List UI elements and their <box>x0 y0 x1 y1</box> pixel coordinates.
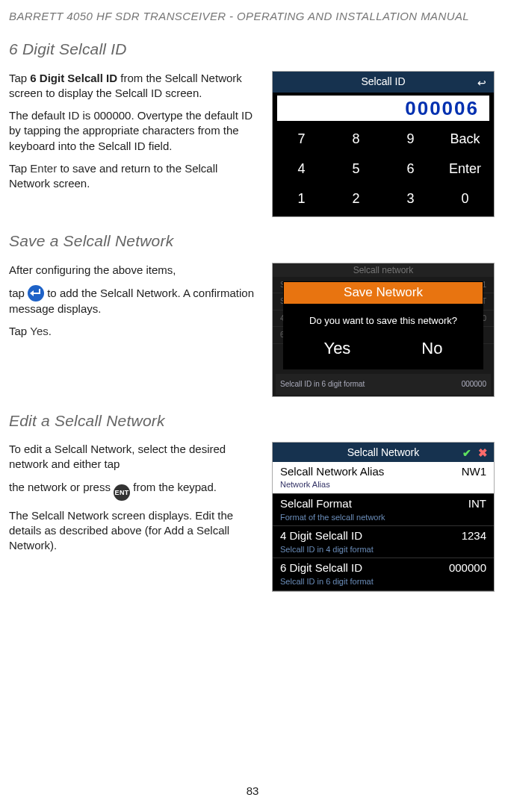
network-titlebar: Selcall Network ✔ ✖ <box>273 443 494 462</box>
ent-icon: ENT <box>114 484 130 501</box>
row-subtitle: Format of the selcall network <box>280 512 486 523</box>
sec2-p3: Tap Yes. <box>9 324 255 339</box>
screenshot-selcall-network: Selcall Network ✔ ✖ Selcall Network Alia… <box>272 442 495 591</box>
heading-6-digit-selcall-id: 6 Digit Selcall ID <box>9 39 486 60</box>
screenshot-save-network: Selcall network SeW1 SeNT 400 6 Save Net… <box>272 263 495 397</box>
heading-edit-selcall-network: Edit a Selcall Network <box>9 410 486 431</box>
sec1-p2: The default ID is 000000. Overtype the d… <box>9 108 255 154</box>
sec2-p2: tap to add the Selcall Network. A confir… <box>9 285 255 316</box>
dialog-no-button[interactable]: No <box>408 336 456 361</box>
page-header: BARRETT 4050 HF SDR TRANSCEIVER - OPERAT… <box>9 9 486 24</box>
row-value: INT <box>468 496 486 511</box>
selcall-id-titlebar: Selcall ID ↩ <box>273 72 494 93</box>
key-6[interactable]: 6 <box>385 155 436 182</box>
list-item[interactable]: 4 Digit Selcall ID1234Selcall ID in 4 di… <box>273 526 494 558</box>
sec3-p1: To edit a Selcall Network, select the de… <box>9 442 255 472</box>
key-2[interactable]: 2 <box>330 185 382 212</box>
list-item[interactable]: Selcall FormatINTFormat of the selcall n… <box>273 494 494 526</box>
sec1-p3: Tap Enter to save and return to the Selc… <box>9 161 255 192</box>
row-subtitle: Selcall ID in 4 digit format <box>280 544 486 555</box>
heading-save-selcall-network: Save a Selcall Network <box>9 231 486 252</box>
dialog-message: Do you want to save this network? <box>284 304 483 335</box>
bg-bottom-left: Selcall ID in 6 digit format <box>280 379 365 390</box>
row-value: 1234 <box>462 528 486 543</box>
check-icon[interactable]: ✔ <box>462 446 471 460</box>
row-label: 4 Digit Selcall ID <box>280 528 362 543</box>
return-icon <box>28 285 44 302</box>
row-value: 000000 <box>449 560 486 575</box>
sec1-p1: Tap 6 Digit Selcall ID from the Selcall … <box>9 71 255 102</box>
key-3[interactable]: 3 <box>385 185 436 212</box>
row-value: NW1 <box>462 464 486 479</box>
list-item[interactable]: 6 Digit Selcall ID000000Selcall ID in 6 … <box>273 558 494 590</box>
key-5[interactable]: 5 <box>330 155 382 182</box>
page-number: 83 <box>0 784 505 799</box>
dialog-yes-button[interactable]: Yes <box>310 336 364 361</box>
key-9[interactable]: 9 <box>385 125 436 152</box>
key-0[interactable]: 0 <box>439 185 491 212</box>
key-7[interactable]: 7 <box>276 125 327 152</box>
sec3-p3: The Selcall Network screen displays. Edi… <box>9 508 255 554</box>
key-1[interactable]: 1 <box>276 185 327 212</box>
key-8[interactable]: 8 <box>330 125 382 152</box>
selcall-id-title: Selcall ID <box>361 75 405 89</box>
row-subtitle: Network Alias <box>280 479 486 490</box>
bg-bottom-right: 000000 <box>462 379 486 390</box>
row-subtitle: Selcall ID in 6 digit format <box>280 576 486 587</box>
back-icon[interactable]: ↩ <box>477 76 486 90</box>
network-title: Selcall Network <box>347 446 419 460</box>
list-item[interactable]: Selcall Network AliasNW1Network Alias <box>273 462 494 494</box>
selcall-id-field[interactable]: 000006 <box>277 96 489 121</box>
sec2-p1: After configuring the above items, <box>9 263 255 278</box>
close-icon[interactable]: ✖ <box>478 446 488 460</box>
keypad: 7 8 9 Back 4 5 6 Enter 1 2 3 0 <box>273 122 494 217</box>
key-back[interactable]: Back <box>439 125 491 152</box>
bg-title: Selcall network <box>273 263 494 277</box>
row-label: Selcall Format <box>280 496 352 511</box>
screenshot-selcall-id: Selcall ID ↩ 000006 7 8 9 Back 4 5 6 Ent… <box>272 71 495 218</box>
key-enter[interactable]: Enter <box>439 155 491 182</box>
row-label: Selcall Network Alias <box>280 464 384 479</box>
dialog-title: Save Network <box>284 282 483 304</box>
key-4[interactable]: 4 <box>276 155 327 182</box>
row-label: 6 Digit Selcall ID <box>280 560 362 575</box>
sec3-p2: the network or press ENT from the keypad… <box>9 480 255 501</box>
save-dialog: Save Network Do you want to save this ne… <box>283 281 483 369</box>
